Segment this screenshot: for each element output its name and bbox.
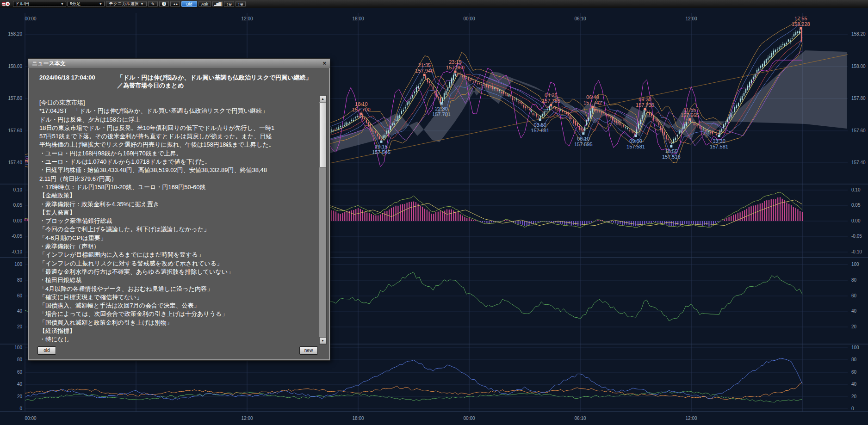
candle-body: [568, 112, 569, 115]
pair-select[interactable]: ドル/円 ▼: [13, 1, 66, 7]
candle-body: [771, 53, 772, 57]
annotation-label: 17:55: [794, 16, 807, 21]
scrollbar-thumb[interactable]: [319, 103, 326, 167]
histogram-bar: [382, 213, 383, 221]
news-popup: ニュース本文 × 2024/06/18 17:04:00 「ドル・円は伸び悩みか…: [28, 58, 330, 361]
extreme-marker-icon: [582, 132, 584, 135]
vertical-zoom-in-button[interactable]: ↕⊕: [236, 1, 246, 7]
time-axis-label-bottom: 12:00: [685, 416, 697, 421]
histogram-bar: [635, 221, 636, 226]
annotation-label: 157.755: [542, 98, 560, 104]
vertical-zoom-out-button[interactable]: ↕⊖: [224, 1, 234, 7]
annotation-label: 23:15: [449, 59, 462, 65]
price-axis-label-left: 158.00: [8, 64, 22, 69]
histogram-bar: [453, 210, 454, 221]
candle-body: [736, 105, 737, 108]
candle-body: [758, 68, 759, 70]
ask-button[interactable]: Ask: [198, 1, 211, 7]
bid-button-label: Bid: [186, 2, 192, 6]
histogram-bar: [515, 221, 516, 223]
candle-body: [688, 122, 689, 123]
histogram-bar: [593, 221, 594, 222]
histogram-bar: [522, 221, 523, 225]
news-popup-titlebar[interactable]: ニュース本文 ×: [28, 59, 330, 68]
candle-body: [679, 131, 680, 134]
chart-style-button[interactable]: ▲▲: [170, 1, 180, 7]
price-axis-label-right: 80: [851, 357, 857, 362]
candle-body: [723, 124, 724, 128]
histogram-bar: [386, 211, 387, 221]
price-axis-label-left: 80: [17, 277, 23, 283]
news-scrollbar[interactable]: ▲ ▼: [319, 95, 327, 345]
candle-body: [492, 86, 493, 89]
candle-body: [681, 130, 682, 132]
annotation-label: 157.581: [626, 144, 645, 149]
candle-body: [797, 31, 798, 33]
histogram-bar: [757, 204, 758, 221]
candle-body: [595, 109, 596, 111]
draw-button[interactable]: ✎: [148, 1, 158, 7]
news-line: 「確実に目標実現まで確信持てない」: [39, 293, 310, 302]
histogram-bar: [644, 221, 645, 224]
candle-body: [544, 111, 545, 116]
histogram-bar: [695, 221, 696, 225]
candle-body: [697, 125, 698, 125]
time-axis-label-bottom: 00:00: [463, 416, 475, 421]
price-axis-label-left: 157.60: [8, 128, 22, 133]
histogram-bar: [688, 221, 689, 225]
histogram-bar: [369, 213, 370, 221]
histogram-bar: [444, 211, 445, 221]
candle-body: [353, 120, 354, 121]
candle-body: [510, 95, 511, 96]
candle-body: [801, 29, 802, 42]
news-line: 「国債買入れ減額と政策金利の引き上げは別物」: [39, 319, 310, 327]
candle-body: [372, 129, 372, 130]
candle-body: [725, 123, 726, 125]
candle-body: [658, 122, 659, 125]
old-news-button[interactable]: old: [37, 346, 56, 355]
histogram-bar: [686, 221, 687, 224]
candle-body: [664, 132, 665, 135]
close-icon[interactable]: ×: [322, 59, 326, 68]
annotation-label: 09:30: [639, 97, 651, 102]
volume-button[interactable]: ▂▅▇: [212, 1, 223, 7]
candle-body: [434, 91, 435, 93]
candle-body: [540, 116, 541, 117]
candle-body: [331, 129, 332, 132]
new-news-button[interactable]: new: [299, 346, 318, 355]
histogram-bar: [462, 216, 463, 221]
histogram-bar: [544, 221, 545, 222]
histogram-bar: [671, 221, 672, 226]
timeframe-select[interactable]: 5分足 ▼: [68, 1, 105, 7]
histogram-bar: [640, 221, 641, 225]
bid-button[interactable]: Bid: [181, 1, 197, 7]
price-axis-label-right: -0.05: [851, 234, 862, 239]
candle-body: [553, 107, 554, 108]
histogram-bar: [786, 203, 787, 221]
news-line: ・豪準備銀行（声明）: [39, 242, 310, 251]
histogram-bar: [760, 203, 761, 221]
info-button[interactable]: i: [159, 1, 169, 7]
candle-body: [620, 123, 620, 125]
histogram-bar: [473, 220, 474, 221]
candle-body: [638, 123, 639, 129]
histogram-bar: [389, 209, 390, 221]
candle-body: [749, 82, 750, 87]
chart-annotation: 10:55157.516: [662, 145, 681, 160]
histogram-bar: [431, 214, 432, 221]
scroll-up-icon[interactable]: ▲: [319, 95, 326, 102]
candle-body: [784, 43, 785, 45]
candle-body: [483, 85, 484, 86]
candle-body: [470, 80, 471, 81]
candle-body: [577, 123, 578, 126]
candle-body: [777, 49, 778, 50]
technical-select-button[interactable]: テクニカル選択 ▼: [106, 1, 147, 7]
annotation-label: 06:10: [577, 136, 590, 142]
histogram-bar: [682, 221, 683, 224]
histogram-bar: [355, 209, 356, 221]
time-axis-label-bottom: 12:00: [241, 416, 253, 421]
candle-body: [792, 38, 793, 39]
scroll-down-icon[interactable]: ▼: [319, 337, 326, 344]
candle-body: [407, 102, 408, 105]
candle-body: [507, 94, 508, 96]
